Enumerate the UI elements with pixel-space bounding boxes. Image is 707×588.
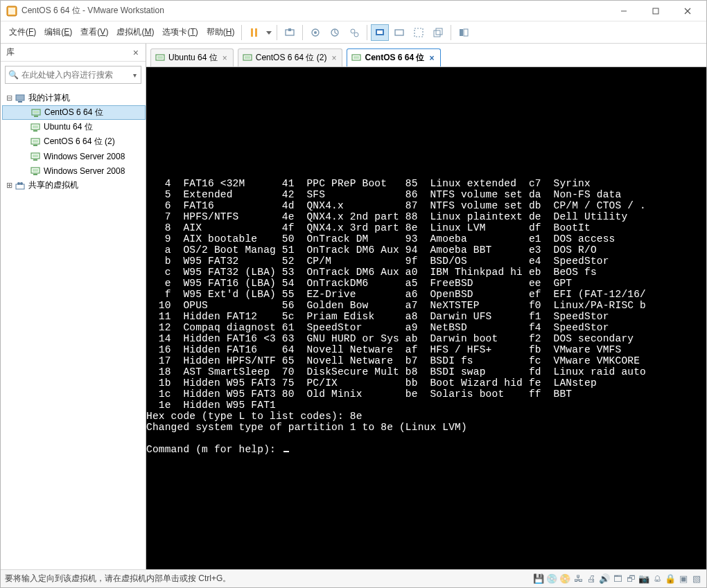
cd-icon[interactable]: 💿 bbox=[546, 573, 557, 585]
menubar: 文件(F)编辑(E)查看(V)虚拟机(M)选项卡(T)帮助(H) bbox=[1, 21, 706, 44]
svg-point-43 bbox=[20, 182, 23, 185]
display-icon[interactable]: 🗗 bbox=[625, 573, 636, 585]
menu-文件[interactable]: 文件(F) bbox=[5, 24, 40, 41]
tree-item-label: CentOS 6 64 位 (2) bbox=[44, 136, 115, 148]
tree-root-my-computer[interactable]: ⊟ 我的计算机 bbox=[2, 91, 146, 105]
vm-tab[interactable]: CentOS 6 64 位 (2)× bbox=[238, 48, 343, 66]
vm-tabstrip: Ubuntu 64 位×CentOS 6 64 位 (2)×CentOS 6 6… bbox=[146, 44, 706, 67]
tree-item[interactable]: Ubuntu 64 位 bbox=[2, 120, 146, 134]
library-tree[interactable]: ⊟ 我的计算机 CentOS 6 64 位Ubuntu 64 位CentOS 6… bbox=[1, 88, 146, 569]
library-sidebar: 库 × 🔍 ▾ ⊟ 我的计算机 CentOS 6 64 位Ubuntu 64 位… bbox=[1, 44, 146, 569]
more-icon[interactable]: ▣ bbox=[678, 573, 689, 585]
svg-rect-47 bbox=[245, 56, 250, 59]
status-message: 要将输入定向到该虚拟机，请在虚拟机内部单击或按 Ctrl+G。 bbox=[5, 573, 533, 585]
svg-rect-30 bbox=[33, 125, 38, 128]
svg-point-42 bbox=[17, 182, 20, 185]
send-ctrl-alt-del-button[interactable] bbox=[281, 24, 299, 41]
pause-dropdown[interactable] bbox=[265, 24, 273, 41]
console-prompt-line: Command (m for help): bbox=[146, 444, 706, 455]
vm-tab-label: CentOS 6 64 位 bbox=[365, 52, 424, 64]
tab-close-icon[interactable]: × bbox=[428, 53, 436, 63]
tree-item-label: Windows Server 2008 bbox=[44, 152, 125, 161]
lock-icon[interactable]: 🔒 bbox=[665, 573, 676, 585]
vm-tab[interactable]: Ubuntu 64 位× bbox=[150, 48, 234, 66]
tree-item-label: CentOS 6 64 位 bbox=[44, 107, 103, 118]
svg-rect-19 bbox=[414, 28, 423, 37]
toolbar-divider bbox=[241, 25, 242, 40]
search-dropdown-icon[interactable]: ▾ bbox=[132, 71, 138, 79]
tree-item[interactable]: CentOS 6 64 位 bbox=[2, 105, 146, 120]
svg-point-14 bbox=[351, 29, 355, 33]
app-icon bbox=[6, 6, 17, 17]
svg-rect-31 bbox=[33, 130, 37, 132]
vm-icon bbox=[30, 166, 41, 177]
view-unity-button[interactable] bbox=[429, 24, 447, 41]
svg-rect-33 bbox=[33, 140, 38, 143]
vm-icon bbox=[30, 151, 41, 162]
console-text: 4 FAT16 <32M 41 PPC PReP Boot 85 Linux e… bbox=[146, 178, 706, 444]
maximize-button[interactable] bbox=[640, 1, 672, 21]
window-title: CentOS 6 64 位 - VMware Workstation bbox=[21, 5, 608, 17]
tree-shared-label: 共享的虚拟机 bbox=[28, 179, 78, 191]
search-input[interactable] bbox=[21, 70, 132, 80]
pause-button[interactable] bbox=[245, 24, 263, 41]
tree-root-shared[interactable]: ⊞ 共享的虚拟机 bbox=[2, 178, 146, 193]
close-button[interactable] bbox=[672, 1, 704, 21]
view-stretch-button[interactable] bbox=[390, 24, 408, 41]
revert-snapshot-button[interactable] bbox=[326, 24, 344, 41]
vm-tab-icon bbox=[155, 53, 165, 63]
vm-tab[interactable]: CentOS 6 64 位× bbox=[347, 48, 440, 66]
statusbar: 要将输入定向到该虚拟机，请在虚拟机内部单击或按 Ctrl+G。 💾 💿 📀 🖧 … bbox=[1, 569, 706, 587]
menu-帮助[interactable]: 帮助(H) bbox=[202, 24, 239, 41]
svg-rect-37 bbox=[33, 159, 37, 161]
device-icons: 💾 💿 📀 🖧 🖨 🔊 🗔 🗗 📷 🕭 🔒 ▣ ▧ bbox=[533, 573, 702, 585]
printer-icon[interactable]: 🗔 bbox=[612, 573, 623, 585]
harddisk-icon[interactable]: 💾 bbox=[533, 573, 544, 585]
snapshot-button[interactable] bbox=[306, 24, 324, 41]
svg-rect-22 bbox=[460, 29, 463, 36]
tree-root-label: 我的计算机 bbox=[28, 92, 70, 104]
floppy-icon[interactable]: 📀 bbox=[559, 573, 570, 585]
library-toggle-button[interactable] bbox=[455, 24, 473, 41]
minimize-button[interactable] bbox=[608, 1, 640, 21]
expander-icon[interactable]: ⊟ bbox=[5, 93, 13, 103]
tree-item[interactable]: CentOS 6 64 位 (2) bbox=[2, 134, 146, 149]
vm-console[interactable]: 4 FAT16 <32M 41 PPC PReP Boot 85 Linux e… bbox=[146, 67, 706, 569]
vm-tab-label: CentOS 6 64 位 (2) bbox=[256, 52, 327, 64]
svg-rect-28 bbox=[34, 116, 38, 117]
svg-rect-36 bbox=[33, 154, 38, 157]
sound-icon[interactable]: 🔊 bbox=[599, 573, 610, 585]
tab-close-icon[interactable]: × bbox=[330, 53, 338, 63]
svg-rect-1 bbox=[8, 8, 15, 15]
vm-tab-icon bbox=[351, 53, 361, 63]
usb-icon[interactable]: 🖨 bbox=[586, 573, 597, 585]
more-icon-2[interactable]: ▧ bbox=[691, 573, 702, 585]
bluetooth-icon[interactable]: 🕭 bbox=[652, 573, 663, 585]
menu-查看[interactable]: 查看(V) bbox=[76, 24, 112, 41]
network-icon[interactable]: 🖧 bbox=[573, 573, 584, 585]
svg-rect-25 bbox=[18, 101, 22, 103]
tree-item[interactable]: Windows Server 2008 bbox=[2, 149, 146, 163]
shared-icon bbox=[15, 180, 26, 191]
snapshot-manager-button[interactable] bbox=[345, 24, 363, 41]
camera-icon[interactable]: 📷 bbox=[638, 573, 649, 585]
svg-rect-45 bbox=[157, 56, 163, 59]
tree-item[interactable]: Windows Server 2008 bbox=[2, 163, 146, 178]
view-console-button[interactable] bbox=[371, 24, 389, 41]
svg-rect-34 bbox=[33, 145, 37, 146]
view-fullscreen-button[interactable] bbox=[410, 24, 428, 41]
tree-item-label: Ubuntu 64 位 bbox=[44, 121, 93, 133]
expander-icon[interactable]: ⊞ bbox=[5, 181, 13, 190]
menu-编辑[interactable]: 编辑(E) bbox=[40, 24, 76, 41]
svg-rect-18 bbox=[395, 30, 403, 35]
tab-close-icon[interactable]: × bbox=[221, 53, 229, 63]
library-search[interactable]: 🔍 ▾ bbox=[5, 66, 141, 84]
menu-虚拟机[interactable]: 虚拟机(M) bbox=[112, 24, 158, 41]
sidebar-close-button[interactable]: × bbox=[130, 47, 141, 58]
tree-item-label: Windows Server 2008 bbox=[44, 166, 125, 176]
sidebar-title: 库 bbox=[6, 46, 15, 58]
svg-rect-23 bbox=[464, 29, 468, 36]
svg-rect-7 bbox=[255, 28, 257, 37]
vm-tab-label: Ubuntu 64 位 bbox=[168, 52, 218, 64]
menu-选项卡[interactable]: 选项卡(T) bbox=[158, 24, 202, 41]
